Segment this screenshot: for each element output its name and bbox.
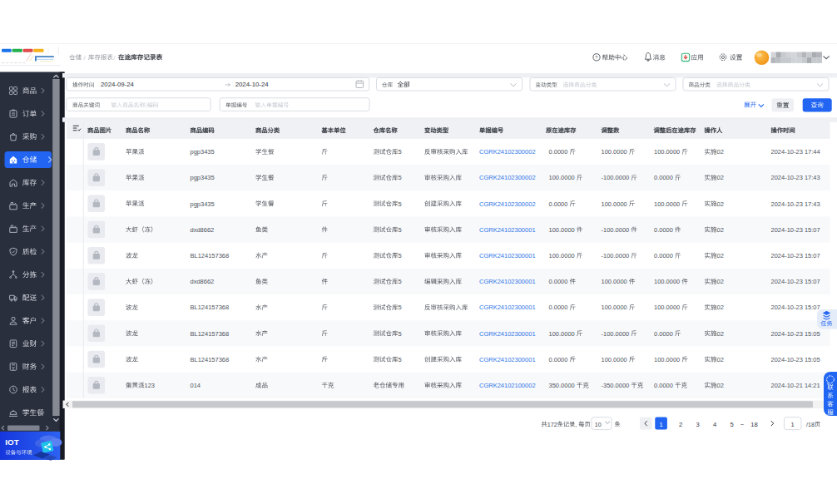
svg-text:CGRK24102300001: CGRK24102300001	[479, 304, 536, 311]
svg-text:2024-10-23 17:44: 2024-10-23 17:44	[771, 148, 820, 156]
svg-text:0.0000: 0.0000	[654, 174, 673, 181]
svg-text:-350.0000: -350.0000	[602, 382, 630, 389]
svg-text:5: 5	[399, 200, 402, 208]
svg-text:123: 123	[145, 382, 156, 389]
svg-text:100.0000: 100.0000	[654, 148, 680, 156]
svg-text:100.0000: 100.0000	[549, 174, 575, 181]
svg-text:100.0000: 100.0000	[602, 356, 627, 363]
svg-text:0.0000: 0.0000	[549, 148, 568, 156]
svg-text:100.0000: 100.0000	[602, 278, 627, 285]
svg-text:100.0000: 100.0000	[549, 330, 575, 338]
svg-text:02: 02	[717, 226, 724, 234]
svg-text:CGRK24102300002: CGRK24102300002	[479, 148, 536, 156]
svg-text:0.0000: 0.0000	[549, 278, 568, 285]
svg-text:CGRK24102300002: CGRK24102300002	[479, 200, 536, 208]
svg-text:0.0000: 0.0000	[549, 356, 568, 363]
svg-text:-100.0000: -100.0000	[602, 226, 630, 234]
svg-text:CGRK24102300001: CGRK24102300001	[479, 252, 536, 259]
svg-text:5: 5	[399, 330, 402, 338]
svg-text:CGRK24102300002: CGRK24102300002	[479, 174, 536, 181]
svg-text:172: 172	[547, 421, 557, 428]
svg-text:2024-10-23 15:05: 2024-10-23 15:05	[771, 330, 820, 338]
svg-text:100.0000: 100.0000	[654, 278, 680, 285]
svg-text:CGRK24102300001: CGRK24102300001	[479, 226, 536, 234]
svg-text:0.0000: 0.0000	[654, 252, 673, 259]
svg-text:BL124157368: BL124157368	[191, 356, 230, 363]
svg-text:02: 02	[717, 330, 724, 338]
svg-text:0.0000: 0.0000	[654, 226, 673, 234]
svg-text:CGRK24102300001: CGRK24102300001	[479, 278, 536, 285]
svg-text:100.0000: 100.0000	[549, 252, 575, 259]
svg-text:02: 02	[717, 174, 724, 181]
svg-text:5: 5	[399, 356, 402, 363]
svg-text:5: 5	[399, 278, 402, 285]
svg-text:0.0000: 0.0000	[549, 200, 568, 208]
svg-text:02: 02	[717, 252, 724, 259]
svg-text:02: 02	[717, 200, 724, 208]
svg-text:0.0000: 0.0000	[549, 304, 568, 311]
svg-text:0.0000: 0.0000	[654, 382, 673, 389]
svg-text:2: 2	[679, 421, 682, 428]
svg-text:5: 5	[399, 252, 402, 259]
svg-text:3: 3	[696, 421, 699, 428]
svg-text:?: ?	[595, 55, 597, 60]
svg-text:2024-10-23 17:43: 2024-10-23 17:43	[771, 174, 820, 181]
svg-text:350.0000: 350.0000	[549, 382, 575, 389]
svg-text:dxd8662: dxd8662	[191, 278, 215, 285]
svg-text:5: 5	[399, 174, 402, 181]
svg-text:5: 5	[399, 148, 402, 156]
svg-text:-100.0000: -100.0000	[602, 252, 630, 259]
svg-text:BL124157368: BL124157368	[191, 304, 230, 311]
svg-text:~: ~	[740, 421, 745, 428]
svg-text:02: 02	[717, 356, 724, 363]
svg-text:02: 02	[717, 278, 724, 285]
svg-text:2024-10-24: 2024-10-24	[235, 81, 270, 88]
svg-text:BL124157368: BL124157368	[191, 330, 230, 338]
svg-text:0.0000: 0.0000	[654, 330, 673, 338]
svg-text:2024-10-23 15:07: 2024-10-23 15:07	[771, 304, 820, 311]
svg-text:IOT: IOT	[5, 437, 18, 447]
svg-text:CGRK24102300001: CGRK24102300001	[479, 330, 536, 338]
svg-text:-100.0000: -100.0000	[602, 330, 630, 338]
svg-text:18: 18	[750, 421, 757, 428]
svg-text:2024-10-23 15:07: 2024-10-23 15:07	[771, 226, 820, 234]
svg-text:BL124157368: BL124157368	[191, 252, 230, 259]
svg-text:02: 02	[717, 382, 724, 389]
svg-text:10: 10	[595, 421, 602, 428]
svg-text:CGRK24102100002: CGRK24102100002	[479, 382, 536, 389]
svg-text:/18: /18	[806, 421, 815, 428]
svg-text:100.0000: 100.0000	[654, 304, 680, 311]
svg-text:pgp3435: pgp3435	[191, 174, 215, 181]
svg-text:5: 5	[399, 226, 402, 234]
svg-text:dxd8662: dxd8662	[191, 226, 215, 234]
svg-text:pgp3435: pgp3435	[191, 148, 215, 156]
svg-text:2024-10-23 15:05: 2024-10-23 15:05	[771, 356, 820, 363]
svg-text:100.0000: 100.0000	[654, 356, 680, 363]
svg-text:1: 1	[791, 421, 795, 428]
svg-text:2024-10-21 14:21: 2024-10-21 14:21	[771, 382, 820, 389]
svg-text:,: ,	[575, 421, 577, 428]
svg-text:100.0000: 100.0000	[602, 200, 627, 208]
svg-text:014: 014	[191, 382, 201, 389]
svg-text:5: 5	[399, 304, 402, 311]
svg-text:CGRK24102300001: CGRK24102300001	[479, 356, 536, 363]
svg-text:2024-10-23 15:07: 2024-10-23 15:07	[771, 252, 820, 259]
svg-text:2024-10-23 17:43: 2024-10-23 17:43	[771, 200, 820, 208]
svg-text:100.0000: 100.0000	[549, 226, 575, 234]
svg-text:02: 02	[717, 148, 724, 156]
svg-text:4: 4	[713, 421, 716, 428]
svg-text:100.0000: 100.0000	[602, 304, 627, 311]
svg-text:2024-09-24: 2024-09-24	[101, 81, 135, 88]
svg-text:02: 02	[717, 304, 724, 311]
svg-text:5: 5	[730, 421, 733, 428]
svg-text:-100.0000: -100.0000	[602, 174, 630, 181]
svg-text:pgp3435: pgp3435	[191, 200, 215, 208]
svg-text:1: 1	[659, 421, 662, 428]
svg-text:2024-10-23 15:07: 2024-10-23 15:07	[771, 278, 820, 285]
svg-text:100.0000: 100.0000	[654, 200, 680, 208]
svg-text:100.0000: 100.0000	[602, 148, 627, 156]
